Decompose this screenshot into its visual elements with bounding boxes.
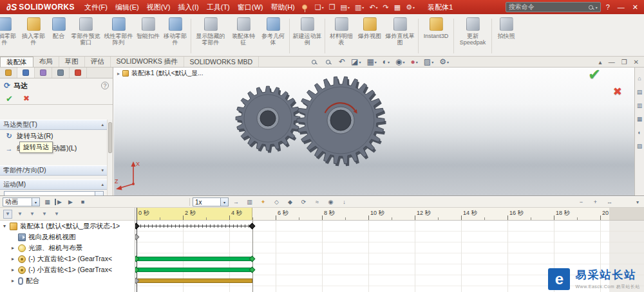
contact-button[interactable]: ◉ bbox=[326, 199, 336, 205]
scrollbar-thumb[interactable] bbox=[108, 122, 112, 153]
options-button[interactable]: ⚙▾ bbox=[403, 0, 417, 14]
move-component-button[interactable]: 移动零部件 bbox=[161, 16, 189, 47]
menu-item-5[interactable]: 窗口(W) bbox=[234, 0, 267, 14]
rotary-motor-option[interactable]: ↻ 旋转马达(R) bbox=[0, 130, 113, 142]
timeline-bar[interactable] bbox=[137, 278, 252, 283]
tree-row-gear-small[interactable]: ▸(-) 小直齿轮<1> (GearTrax< bbox=[0, 264, 135, 275]
hide-show-items-button[interactable]: ◉▾ bbox=[395, 57, 405, 66]
open-button[interactable]: ❒ bbox=[327, 0, 338, 14]
new-motion-study-button[interactable]: 新建运动算例 bbox=[291, 16, 323, 47]
edit-appearance-button[interactable]: ●▾ bbox=[411, 57, 418, 66]
menu-item-6[interactable]: 帮助(H) bbox=[267, 0, 298, 14]
confirm-ok-button[interactable]: ✔ bbox=[588, 68, 601, 84]
pin-icon[interactable] bbox=[302, 5, 307, 10]
gravity-button[interactable]: ↓ bbox=[339, 199, 349, 205]
pm-ok-button[interactable]: ✔ bbox=[6, 94, 13, 104]
scenes-button[interactable]: ▨ bbox=[637, 143, 643, 149]
motor-button[interactable]: ⟳ bbox=[299, 199, 308, 205]
configurationmanager-tab[interactable] bbox=[35, 68, 52, 78]
minimize-button[interactable]: — bbox=[618, 3, 625, 11]
insert-component-button[interactable]: 插入零部件 bbox=[19, 16, 48, 47]
reference-geometry-button[interactable]: 参考几何体 bbox=[258, 16, 288, 47]
zoom-in-button[interactable]: + bbox=[591, 199, 600, 205]
zoom-fit-button[interactable]: ↔ bbox=[605, 199, 614, 205]
close-button[interactable]: ✕ bbox=[632, 3, 638, 12]
graphics-area[interactable]: ▸ 装配体1 (默认<默认_显... ✔ ✖ X Z bbox=[114, 68, 634, 196]
tree-row-mates[interactable]: ▸配合 bbox=[0, 275, 135, 286]
expand-arrow-icon[interactable]: ▸ bbox=[10, 278, 15, 284]
new-document-button[interactable]: ❏▾ bbox=[312, 0, 327, 14]
filter-results-button[interactable]: ▼ bbox=[52, 210, 61, 219]
confirm-cancel-button[interactable]: ✖ bbox=[613, 85, 622, 98]
linear-component-pattern-button[interactable]: 线性零部件阵列 bbox=[102, 16, 135, 47]
section-view-button[interactable]: ◪▾ bbox=[351, 57, 361, 66]
section-motion[interactable]: 运动(M) ▴ bbox=[0, 179, 107, 190]
rebuild-button[interactable]: ▦ bbox=[392, 0, 403, 14]
calculate-button[interactable]: ▦ bbox=[43, 199, 52, 205]
save-button[interactable]: ▤▾ bbox=[338, 0, 352, 14]
menu-item-0[interactable]: 文件(F) bbox=[80, 0, 111, 14]
play-button[interactable]: ▶ bbox=[66, 199, 75, 205]
restore-button[interactable]: ❐ bbox=[621, 59, 627, 66]
filter-driving-button[interactable]: ▼ bbox=[28, 210, 37, 219]
expand-arrow-icon[interactable]: ▸ bbox=[10, 267, 15, 273]
expand-arrow-icon[interactable]: ▾ bbox=[2, 223, 7, 229]
flyout-feature-tree[interactable]: ▸ 装配体1 (默认<默认_显... bbox=[117, 69, 203, 78]
timeline-bar[interactable] bbox=[137, 268, 252, 272]
bill-of-materials-button[interactable]: 材料明细表 bbox=[327, 16, 356, 47]
assembly-features-button[interactable]: 装配体特征 bbox=[229, 16, 258, 47]
smart-fasteners-button[interactable]: 智能扣件 bbox=[135, 16, 161, 41]
display-style-button[interactable]: ◐▾ bbox=[383, 57, 390, 66]
minimize-button[interactable]: — bbox=[609, 59, 615, 66]
filter-animated-button[interactable]: ▼ bbox=[15, 210, 24, 219]
section-motor-type[interactable]: 马达类型(T) ▴ bbox=[0, 120, 107, 130]
take-snapshot-button[interactable]: 拍快照 bbox=[493, 16, 519, 41]
expand-arrow-icon[interactable]: ▸ bbox=[10, 245, 15, 251]
add-update-key-button[interactable]: ◆ bbox=[285, 199, 295, 205]
instant3d-button[interactable]: Instant3D bbox=[420, 16, 452, 41]
animation-wizard-button[interactable]: ✦ bbox=[258, 199, 268, 205]
panel-scrollbar[interactable] bbox=[107, 120, 113, 196]
mate-button[interactable]: 配合 bbox=[48, 16, 70, 41]
previous-view-button[interactable]: ↶ bbox=[339, 57, 345, 66]
zoom-to-fit-button[interactable] bbox=[310, 60, 319, 64]
command-tab-0[interactable]: 装配体 bbox=[0, 57, 33, 67]
tree-row-gear-large[interactable]: ▸(-) 大直齿轮<1> (GearTrax< bbox=[0, 253, 135, 264]
search-command-box[interactable]: 搜索命令 ▾ bbox=[506, 2, 601, 12]
help-button[interactable]: ? bbox=[606, 3, 610, 11]
update-speedpak-button[interactable]: 更新 Speedpak bbox=[455, 16, 490, 47]
file-explorer-button[interactable]: ▥ bbox=[637, 102, 643, 109]
apply-scene-button[interactable]: ▨▾ bbox=[424, 57, 433, 66]
save-animation-button[interactable]: ▥ bbox=[245, 199, 254, 205]
view-settings-button[interactable]: ⚙▾ bbox=[439, 57, 449, 66]
playback-mode-button[interactable]: → bbox=[231, 199, 241, 205]
tree-row-lights-cameras-scene[interactable]: ▸光源、相机与布景 bbox=[0, 242, 135, 253]
edit-component-button[interactable]: 编辑零部件 bbox=[0, 16, 19, 47]
menu-item-4[interactable]: 工具(T) bbox=[203, 0, 234, 14]
zoom-to-area-button[interactable] bbox=[325, 60, 333, 64]
command-tab-1[interactable]: 布局 bbox=[33, 57, 59, 67]
command-tab-2[interactable]: 草图 bbox=[59, 57, 85, 67]
filter-none-button[interactable]: ▼ bbox=[3, 210, 12, 219]
home-button[interactable]: ⌂ bbox=[638, 75, 641, 82]
keyframe-diamond[interactable] bbox=[249, 223, 256, 230]
mm-ruler[interactable]: 0 秒2 秒4 秒6 秒8 秒10 秒12 秒14 秒16 秒18 秒20 秒 bbox=[135, 208, 644, 221]
exploded-view-button[interactable]: 爆炸视图 bbox=[356, 16, 383, 41]
propertymanager-tab[interactable] bbox=[17, 68, 35, 78]
keyframe-diamond[interactable] bbox=[135, 234, 139, 241]
auto-key-button[interactable]: ◇ bbox=[272, 199, 281, 205]
design-library-button[interactable]: ▤ bbox=[637, 89, 643, 95]
pm-cancel-button[interactable]: ✖ bbox=[23, 94, 30, 103]
command-tab-4[interactable]: SOLIDWORKS 插件 bbox=[111, 57, 184, 67]
section-component-direction[interactable]: 零部件/方向(D) ▾ bbox=[0, 165, 107, 176]
undo-button[interactable]: ↶▾ bbox=[366, 0, 380, 14]
command-tab-3[interactable]: 评估 bbox=[85, 57, 111, 67]
view-palette-button[interactable]: ▦ bbox=[637, 116, 643, 122]
zoom-out-button[interactable]: − bbox=[576, 199, 586, 205]
appearances-button[interactable]: ◐ bbox=[638, 129, 641, 136]
playback-speed-select[interactable]: 1x ▾ bbox=[193, 197, 229, 206]
search-caret-icon[interactable]: ▾ bbox=[596, 5, 598, 10]
tree-row-orientation-camera-views[interactable]: 视向及相机视图 bbox=[0, 232, 135, 242]
menu-item-2[interactable]: 视图(V) bbox=[143, 0, 175, 14]
stop-button[interactable]: ■ bbox=[78, 199, 88, 205]
